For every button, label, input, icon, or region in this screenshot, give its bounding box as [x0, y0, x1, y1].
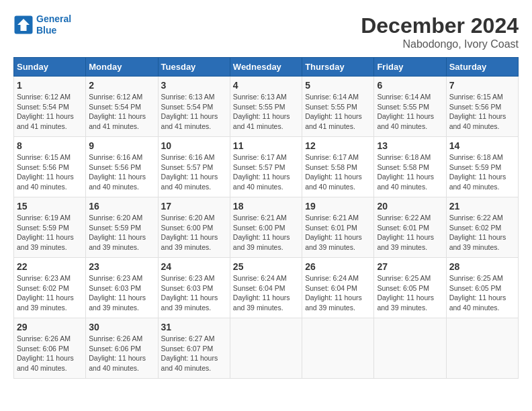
calendar-cell [302, 318, 374, 379]
day-number: 7 [449, 80, 515, 91]
header-monday: Monday [86, 58, 158, 77]
calendar-cell: 30 Sunrise: 6:26 AM Sunset: 6:06 PM Dayl… [86, 318, 158, 379]
day-info: Sunrise: 6:20 AM Sunset: 6:00 PM Dayligh… [161, 213, 227, 253]
day-number: 19 [305, 201, 371, 212]
calendar-cell: 29 Sunrise: 6:26 AM Sunset: 6:06 PM Dayl… [14, 318, 86, 379]
day-info: Sunrise: 6:23 AM Sunset: 6:03 PM Dayligh… [89, 273, 154, 313]
calendar-cell [446, 318, 518, 379]
day-number: 3 [161, 80, 227, 91]
calendar-cell: 1 Sunrise: 6:12 AM Sunset: 5:54 PM Dayli… [14, 77, 86, 137]
calendar-cell: 16 Sunrise: 6:20 AM Sunset: 5:59 PM Dayl… [86, 197, 158, 258]
day-number: 26 [305, 261, 371, 272]
calendar-cell: 22 Sunrise: 6:23 AM Sunset: 6:02 PM Dayl… [14, 258, 86, 318]
header-sunday: Sunday [14, 58, 86, 77]
calendar-cell: 10 Sunrise: 6:16 AM Sunset: 5:57 PM Dayl… [158, 137, 230, 197]
day-info: Sunrise: 6:27 AM Sunset: 6:07 PM Dayligh… [161, 334, 227, 373]
day-number: 10 [161, 140, 227, 151]
day-number: 11 [233, 140, 299, 151]
day-info: Sunrise: 6:22 AM Sunset: 6:02 PM Dayligh… [449, 213, 515, 253]
header-wednesday: Wednesday [230, 58, 302, 77]
day-number: 16 [89, 201, 154, 212]
calendar-cell: 28 Sunrise: 6:25 AM Sunset: 6:05 PM Dayl… [446, 258, 518, 318]
logo-line2: Blue [36, 25, 56, 36]
day-info: Sunrise: 6:20 AM Sunset: 5:59 PM Dayligh… [89, 213, 154, 253]
day-number: 27 [377, 261, 443, 272]
page-subtitle: Nabodongo, Ivory Coast [361, 38, 519, 50]
logo: General Blue [13, 13, 71, 36]
day-info: Sunrise: 6:22 AM Sunset: 6:01 PM Dayligh… [377, 213, 443, 253]
day-info: Sunrise: 6:15 AM Sunset: 5:56 PM Dayligh… [449, 92, 515, 132]
calendar-header-row: SundayMondayTuesdayWednesdayThursdayFrid… [14, 58, 519, 77]
day-number: 1 [17, 80, 83, 91]
calendar-cell: 3 Sunrise: 6:13 AM Sunset: 5:54 PM Dayli… [158, 77, 230, 137]
calendar-cell: 19 Sunrise: 6:21 AM Sunset: 6:01 PM Dayl… [302, 197, 374, 258]
day-info: Sunrise: 6:24 AM Sunset: 6:04 PM Dayligh… [305, 273, 371, 313]
day-number: 28 [449, 261, 515, 272]
day-info: Sunrise: 6:19 AM Sunset: 5:59 PM Dayligh… [17, 213, 83, 253]
day-number: 29 [17, 322, 83, 332]
calendar-cell: 14 Sunrise: 6:18 AM Sunset: 5:59 PM Dayl… [446, 137, 518, 197]
day-number: 14 [449, 140, 515, 151]
day-info: Sunrise: 6:12 AM Sunset: 5:54 PM Dayligh… [89, 92, 154, 132]
day-number: 13 [377, 140, 443, 151]
calendar-cell: 9 Sunrise: 6:16 AM Sunset: 5:56 PM Dayli… [86, 137, 158, 197]
day-number: 25 [233, 261, 299, 272]
day-info: Sunrise: 6:24 AM Sunset: 6:04 PM Dayligh… [233, 273, 299, 313]
day-info: Sunrise: 6:18 AM Sunset: 5:59 PM Dayligh… [449, 152, 515, 192]
day-info: Sunrise: 6:21 AM Sunset: 6:01 PM Dayligh… [305, 213, 371, 253]
day-info: Sunrise: 6:12 AM Sunset: 5:54 PM Dayligh… [17, 92, 83, 132]
header-thursday: Thursday [302, 58, 374, 77]
day-number: 20 [377, 201, 443, 212]
day-number: 2 [89, 80, 154, 91]
day-number: 12 [305, 140, 371, 151]
calendar-cell: 21 Sunrise: 6:22 AM Sunset: 6:02 PM Dayl… [446, 197, 518, 258]
day-number: 15 [17, 201, 83, 212]
day-number: 8 [17, 140, 83, 151]
header-tuesday: Tuesday [158, 58, 230, 77]
day-info: Sunrise: 6:23 AM Sunset: 6:02 PM Dayligh… [17, 273, 83, 313]
day-info: Sunrise: 6:16 AM Sunset: 5:56 PM Dayligh… [89, 152, 154, 192]
day-info: Sunrise: 6:26 AM Sunset: 6:06 PM Dayligh… [17, 334, 83, 373]
calendar-cell: 7 Sunrise: 6:15 AM Sunset: 5:56 PM Dayli… [446, 77, 518, 137]
day-number: 21 [449, 201, 515, 212]
day-number: 6 [377, 80, 443, 91]
calendar-cell: 24 Sunrise: 6:23 AM Sunset: 6:03 PM Dayl… [158, 258, 230, 318]
day-number: 9 [89, 140, 154, 151]
title-section: December 2024 Nabodongo, Ivory Coast [361, 13, 519, 50]
calendar-week-row: 29 Sunrise: 6:26 AM Sunset: 6:06 PM Dayl… [14, 318, 519, 379]
calendar-cell: 18 Sunrise: 6:21 AM Sunset: 6:00 PM Dayl… [230, 197, 302, 258]
day-number: 30 [89, 322, 154, 332]
calendar-cell: 12 Sunrise: 6:17 AM Sunset: 5:58 PM Dayl… [302, 137, 374, 197]
header-friday: Friday [374, 58, 446, 77]
calendar-week-row: 22 Sunrise: 6:23 AM Sunset: 6:02 PM Dayl… [14, 258, 519, 318]
calendar-week-row: 1 Sunrise: 6:12 AM Sunset: 5:54 PM Dayli… [14, 77, 519, 137]
day-info: Sunrise: 6:25 AM Sunset: 6:05 PM Dayligh… [377, 273, 443, 313]
calendar-cell: 26 Sunrise: 6:24 AM Sunset: 6:04 PM Dayl… [302, 258, 374, 318]
day-number: 17 [161, 201, 227, 212]
calendar-cell [230, 318, 302, 379]
day-info: Sunrise: 6:15 AM Sunset: 5:56 PM Dayligh… [17, 152, 83, 192]
day-info: Sunrise: 6:14 AM Sunset: 5:55 PM Dayligh… [305, 92, 371, 132]
day-info: Sunrise: 6:14 AM Sunset: 5:55 PM Dayligh… [377, 92, 443, 132]
day-info: Sunrise: 6:13 AM Sunset: 5:54 PM Dayligh… [161, 92, 227, 132]
day-number: 31 [161, 322, 227, 332]
day-info: Sunrise: 6:16 AM Sunset: 5:57 PM Dayligh… [161, 152, 227, 192]
day-info: Sunrise: 6:18 AM Sunset: 5:58 PM Dayligh… [377, 152, 443, 192]
day-info: Sunrise: 6:25 AM Sunset: 6:05 PM Dayligh… [449, 273, 515, 313]
calendar-cell [374, 318, 446, 379]
calendar-cell: 5 Sunrise: 6:14 AM Sunset: 5:55 PM Dayli… [302, 77, 374, 137]
logo-icon [13, 15, 34, 35]
header-saturday: Saturday [446, 58, 518, 77]
calendar-cell: 31 Sunrise: 6:27 AM Sunset: 6:07 PM Dayl… [158, 318, 230, 379]
day-info: Sunrise: 6:21 AM Sunset: 6:00 PM Dayligh… [233, 213, 299, 253]
calendar-cell: 6 Sunrise: 6:14 AM Sunset: 5:55 PM Dayli… [374, 77, 446, 137]
day-number: 24 [161, 261, 227, 272]
calendar-cell: 15 Sunrise: 6:19 AM Sunset: 5:59 PM Dayl… [14, 197, 86, 258]
calendar-cell: 20 Sunrise: 6:22 AM Sunset: 6:01 PM Dayl… [374, 197, 446, 258]
day-number: 18 [233, 201, 299, 212]
day-info: Sunrise: 6:17 AM Sunset: 5:57 PM Dayligh… [233, 152, 299, 192]
day-info: Sunrise: 6:23 AM Sunset: 6:03 PM Dayligh… [161, 273, 227, 313]
day-info: Sunrise: 6:17 AM Sunset: 5:58 PM Dayligh… [305, 152, 371, 192]
day-number: 5 [305, 80, 371, 91]
logo-line1: General [36, 13, 71, 24]
